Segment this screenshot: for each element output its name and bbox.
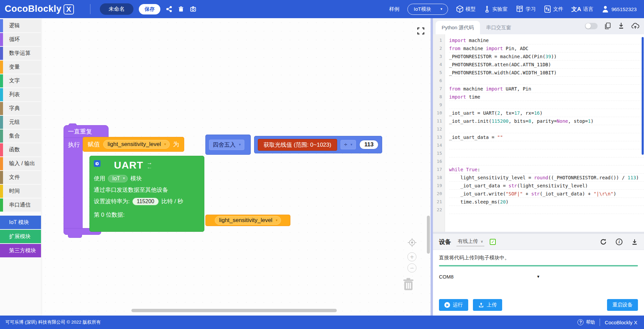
workspace-canvas[interactable]: 一直重复 执行 赋值 light_sensitivity_level▼ 为 四舍… — [41, 18, 431, 316]
lab-menu[interactable]: 实验室 — [484, 5, 508, 13]
sidebar-item-集合[interactable]: 集合 — [0, 130, 41, 143]
panel-splitter[interactable] — [431, 18, 433, 316]
run-button[interactable]: 运行 — [439, 299, 468, 311]
share-icon[interactable] — [166, 6, 172, 12]
save-button[interactable]: 保存 — [139, 4, 160, 14]
upload-mode-select[interactable]: 有线上传∨ — [456, 237, 484, 246]
line-number: 1 — [433, 36, 445, 44]
code-scrollbar[interactable] — [642, 37, 644, 155]
uart-module-dropdown[interactable]: IoT▼ — [108, 175, 128, 182]
category-color-strip — [0, 143, 3, 156]
block-repeat-forever[interactable]: 一直重复 — [64, 125, 109, 138]
code-lines: import machinefrom machine import Pin, A… — [445, 34, 644, 232]
sidebar-item-输入 / 输出[interactable]: 输入 / 输出 — [0, 157, 41, 170]
right-panel: Python 源代码 串口交互窗 12345678910111213141516… — [433, 18, 644, 316]
sidebar-item-文字[interactable]: 文字 — [0, 74, 41, 87]
variable-dropdown[interactable]: light_sensitivity_level▼ — [215, 216, 281, 225]
sidebar-item-元组[interactable]: 元组 — [0, 116, 41, 129]
code-line — [449, 141, 644, 149]
upload-button[interactable]: 上传 — [473, 299, 502, 311]
code-line: _PHOTONRESISTOR.width(ADC.WIDTH_10BIT) — [449, 69, 644, 77]
line-number: 10 — [433, 109, 445, 117]
mode-checkbox[interactable]: ✓ — [490, 239, 496, 245]
download-icon[interactable] — [618, 22, 625, 30]
app: CocoBlocklyX 未命名 保存 样例 IoT模块▼ 模型 实验室 — [0, 0, 644, 329]
refresh-icon[interactable] — [600, 238, 607, 246]
code-line: _PHOTONRESISTOR = machine.ADC(Pin(39)) — [449, 52, 644, 61]
brand-logo[interactable]: CocoBlocklyX — [5, 4, 74, 14]
horizontal-scrollbar[interactable] — [131, 309, 337, 312]
restart-device-button[interactable]: 重启设备 — [607, 299, 638, 311]
chevron-down-icon: ∨ — [481, 240, 483, 243]
user-account[interactable]: 965152323 — [601, 5, 637, 13]
model-menu[interactable]: 模型 — [456, 5, 476, 13]
category-label: 逻辑 — [3, 22, 20, 29]
help-link[interactable]: ? 帮助 — [577, 319, 595, 325]
tab-serial-monitor[interactable]: 串口交互窗 — [480, 21, 517, 34]
learn-menu[interactable]: 学习 — [516, 5, 536, 13]
main-area: 逻辑循环数学运算变量文字列表字典元组集合函数输入 / 输出文件时间串口通信 Io… — [0, 18, 644, 316]
block-variable-value[interactable]: light_sensitivity_level▼ — [205, 215, 290, 226]
play-icon — [444, 302, 450, 308]
code-editor[interactable]: 12345678910111213141516171819202122 impo… — [433, 34, 644, 232]
category-color-strip — [0, 198, 3, 212]
vertical-scrollbar[interactable] — [427, 216, 430, 254]
category-label: 变量 — [3, 64, 20, 71]
sidebar-module-第三方模块[interactable]: 第三方模块 — [0, 244, 41, 257]
round-dropdown[interactable]: 四舍五入▼ — [209, 140, 244, 150]
sidebar-item-变量[interactable]: 变量 — [0, 61, 41, 74]
block-uart-send[interactable]: UART →← 使用 IoT▼ 模块 通过串口发送数据至其他设备 设置波特率为:… — [89, 156, 204, 232]
block-repeat-do-label[interactable]: 执行 — [64, 138, 83, 228]
code-line — [449, 157, 644, 166]
sidebar-item-逻辑[interactable]: 逻辑 — [0, 19, 41, 32]
tab-python-source[interactable]: Python 源代码 — [436, 21, 480, 34]
trash-icon[interactable] — [401, 277, 415, 292]
copy-icon[interactable] — [604, 22, 611, 30]
sidebar-item-字典[interactable]: 字典 — [0, 102, 41, 115]
language-menu[interactable]: 文A 语言 — [571, 5, 593, 13]
file-transfer-icon — [544, 5, 551, 13]
sidebar-item-时间[interactable]: 时间 — [0, 185, 41, 198]
block-set-variable[interactable]: 赋值 light_sensitivity_level▼ 为 — [83, 137, 184, 152]
code-edit-toggle[interactable] — [585, 23, 598, 29]
gear-icon[interactable] — [94, 160, 100, 167]
block-get-light-value[interactable]: 获取光线值 (范围: 0~1023) — [258, 139, 337, 151]
category-color-strip — [0, 74, 3, 87]
samples-menu[interactable]: 样例 — [389, 6, 399, 12]
sidebar-item-函数[interactable]: 函数 — [0, 143, 41, 156]
line-number: 5 — [433, 69, 445, 77]
zoom-reset-target-icon[interactable] — [407, 237, 417, 248]
category-label: 文字 — [3, 77, 20, 84]
sidebar-module-IoT 模块[interactable]: IoT 模块 — [0, 216, 41, 229]
block-division[interactable]: 获取光线值 (范围: 0~1023) ÷▼ 113 — [254, 136, 382, 153]
zoom-out-button[interactable]: − — [407, 263, 416, 272]
chevron-down-icon: ▼ — [238, 143, 241, 146]
file-menu[interactable]: 文件 — [544, 5, 563, 13]
port-select[interactable]: COM8 ▼ — [439, 274, 638, 280]
sidebar-module-扩展模块[interactable]: 扩展模块 — [0, 230, 41, 243]
sidebar-item-数学运算[interactable]: 数学运算 — [0, 47, 41, 60]
sidebar-item-串口通信[interactable]: 串口通信 — [0, 198, 41, 212]
uart-baud-field[interactable]: 115200 — [132, 198, 159, 205]
device-download-icon[interactable] — [631, 239, 638, 245]
sidebar-item-列表[interactable]: 列表 — [0, 88, 41, 101]
operator-dropdown[interactable]: ÷▼ — [340, 140, 356, 149]
divisor-field[interactable]: 113 — [359, 140, 378, 149]
block-round[interactable]: 四舍五入▼ — [205, 135, 251, 155]
info-icon[interactable]: i — [616, 239, 622, 245]
mode-select[interactable]: IoT模块▼ — [407, 4, 448, 15]
category-color-strip — [0, 47, 3, 60]
fullscreen-icon[interactable] — [417, 27, 425, 35]
zoom-in-button[interactable]: + — [407, 252, 416, 261]
sidebar-item-循环[interactable]: 循环 — [0, 33, 41, 46]
line-number: 9 — [433, 101, 445, 109]
variable-dropdown[interactable]: light_sensitivity_level▼ — [103, 140, 170, 149]
screenshot-camera-icon[interactable] — [190, 6, 197, 12]
flask-icon — [484, 5, 490, 13]
username: 965152323 — [611, 6, 637, 12]
delete-icon[interactable] — [178, 6, 184, 12]
sidebar-item-文件[interactable]: 文件 — [0, 171, 41, 184]
chevron-down-icon: ▼ — [122, 177, 125, 180]
filename-field[interactable]: 未命名 — [100, 3, 133, 15]
cloud-upload-icon[interactable] — [631, 22, 639, 30]
